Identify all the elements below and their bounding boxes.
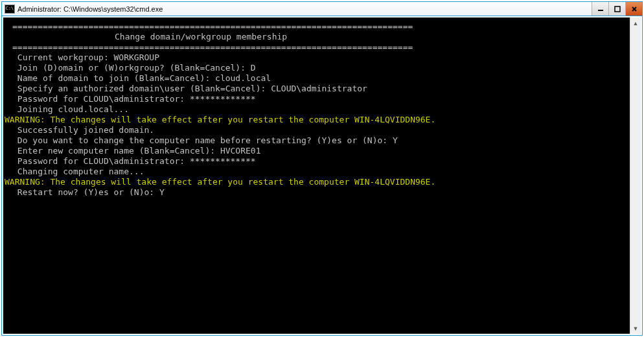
- scroll-up-arrow-icon[interactable]: ▲: [630, 17, 641, 29]
- minimize-button[interactable]: [592, 2, 608, 16]
- svg-rect-1: [615, 6, 620, 12]
- vertical-scrollbar[interactable]: ▲ ▼: [630, 17, 641, 334]
- password-line: Password for CLOUD\administrator: ******…: [5, 156, 630, 167]
- domain-name-line: Name of domain to join (Blank=Cancel): c…: [5, 73, 630, 84]
- new-name-line: Enter new computer name (Blank=Cancel): …: [5, 146, 630, 156]
- window-title: Administrator: C:\Windows\system32\cmd.e…: [17, 5, 592, 13]
- window-controls: [592, 2, 642, 16]
- close-button[interactable]: [625, 2, 642, 16]
- password-line: Password for CLOUD\administrator: ******…: [5, 94, 630, 104]
- svg-rect-0: [598, 10, 603, 11]
- rule-line: ========================================…: [5, 42, 630, 52]
- rule-line: ========================================…: [5, 21, 630, 32]
- scroll-down-arrow-icon[interactable]: ▼: [630, 323, 641, 334]
- cmd-icon: C:\: [5, 5, 15, 14]
- join-prompt-line: Join (D)omain or (W)orkgroup? (Blank=Can…: [5, 63, 630, 73]
- rename-prompt-line: Do you want to change the computer name …: [5, 135, 630, 146]
- warning-line: WARNING: The changes will take effect af…: [5, 115, 630, 125]
- titlebar[interactable]: C:\ Administrator: C:\Windows\system32\c…: [2, 2, 642, 16]
- warning-line: WARNING: The changes will take effect af…: [5, 177, 630, 187]
- dialog-header: Change domain/workgroup membership: [5, 32, 630, 42]
- changing-line: Changing computer name...: [5, 167, 630, 177]
- joining-line: Joining cloud.local...: [5, 104, 630, 115]
- client-area: ========================================…: [2, 16, 642, 335]
- current-workgroup-line: Current workgroup: WORKGROUP: [5, 52, 630, 63]
- terminal-output[interactable]: ========================================…: [3, 17, 630, 334]
- maximize-button[interactable]: [608, 2, 625, 16]
- auth-user-line: Specify an authorized domain\user (Blank…: [5, 84, 630, 94]
- restart-prompt-line: Restart now? (Y)es or (N)o: Y: [5, 187, 630, 198]
- joined-line: Successfully joined domain.: [5, 125, 630, 135]
- cmd-window: C:\ Administrator: C:\Windows\system32\c…: [1, 1, 643, 336]
